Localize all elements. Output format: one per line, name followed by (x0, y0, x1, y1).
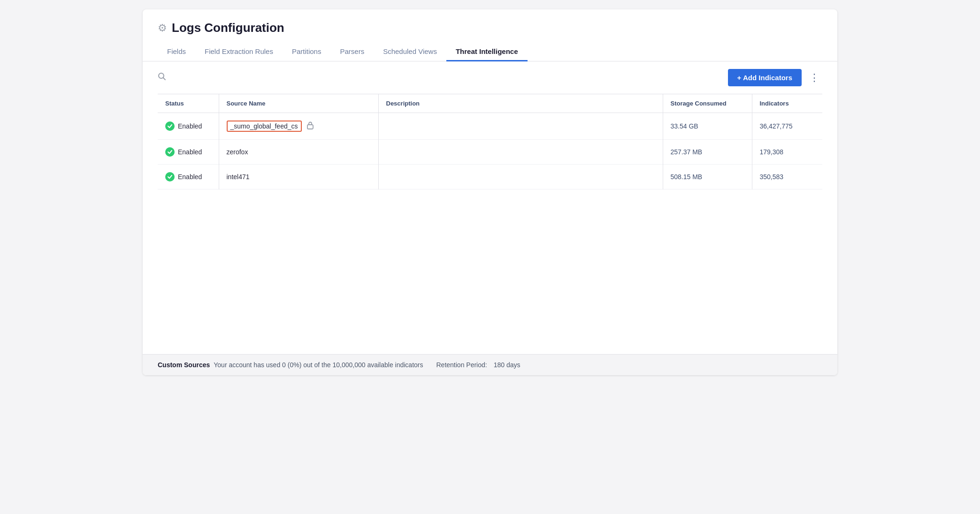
custom-sources-label: Custom Sources (158, 361, 210, 369)
footer-usage-text: Your account has used 0 (0%) out of the … (214, 361, 423, 369)
tab-threat-intelligence[interactable]: Threat Intelligence (446, 43, 528, 61)
table-container: Status Source Name Description Storage C… (143, 94, 837, 272)
source-name-3[interactable]: intel471 (227, 173, 250, 181)
source-cell-1: _sumo_global_feed_cs (219, 113, 378, 140)
storage-cell-3: 508.15 MB (663, 165, 752, 189)
col-header-source-name: Source Name (219, 94, 378, 113)
col-header-indicators: Indicators (752, 94, 822, 113)
source-cell-2: zerofox (219, 140, 378, 165)
tab-field-extraction-rules[interactable]: Field Extraction Rules (195, 43, 283, 61)
toolbar: + Add Indicators ⋮ (143, 61, 837, 94)
description-cell-3 (378, 165, 663, 189)
footer-bar: Custom Sources Your account has used 0 (… (143, 354, 837, 375)
status-cell-1: Enabled (158, 113, 219, 140)
toolbar-right: + Add Indicators ⋮ (728, 69, 822, 86)
more-options-icon[interactable]: ⋮ (806, 70, 822, 86)
indicators-table: Status Source Name Description Storage C… (158, 94, 822, 189)
tab-parsers[interactable]: Parsers (330, 43, 374, 61)
indicators-cell-3: 350,583 (752, 165, 822, 189)
description-cell-2 (378, 140, 663, 165)
gear-icon: ⚙ (158, 22, 167, 34)
storage-cell-2: 257.37 MB (663, 140, 752, 165)
tabs-bar: Fields Field Extraction Rules Partitions… (143, 43, 837, 61)
status-cell-2: Enabled (158, 140, 219, 165)
indicators-cell-2: 179,308 (752, 140, 822, 165)
page-header: ⚙ Logs Configuration (143, 9, 837, 35)
enabled-icon-1 (165, 121, 175, 131)
footer-retention-label: Retention Period: (436, 361, 487, 369)
lock-icon-1 (306, 121, 314, 131)
page-title: Logs Configuration (172, 21, 284, 35)
indicators-cell-1: 36,427,775 (752, 113, 822, 140)
enabled-icon-2 (165, 147, 175, 157)
add-indicators-button[interactable]: + Add Indicators (728, 69, 802, 86)
tab-scheduled-views[interactable]: Scheduled Views (374, 43, 446, 61)
source-cell-3: intel471 (219, 165, 378, 189)
tab-fields[interactable]: Fields (158, 43, 195, 61)
storage-cell-1: 33.54 GB (663, 113, 752, 140)
description-cell-1 (378, 113, 663, 140)
svg-line-1 (163, 78, 166, 80)
content-spacer (143, 272, 837, 355)
tab-partitions[interactable]: Partitions (283, 43, 331, 61)
status-label-1: Enabled (178, 122, 202, 130)
footer-retention-value: 180 days (494, 361, 521, 369)
table-row: Enabled _sumo_global_feed_cs (158, 113, 822, 140)
table-row: Enabled zerofox 257.37 MB 179,308 (158, 140, 822, 165)
search-icon[interactable] (158, 72, 166, 83)
source-name-highlighted-1[interactable]: _sumo_global_feed_cs (227, 121, 302, 132)
app-container: ⚙ Logs Configuration Fields Field Extrac… (143, 9, 837, 375)
enabled-icon-3 (165, 172, 175, 181)
status-cell-3: Enabled (158, 165, 219, 189)
col-header-description: Description (378, 94, 663, 113)
svg-rect-2 (307, 125, 313, 129)
source-name-2[interactable]: zerofox (227, 148, 248, 156)
status-label-3: Enabled (178, 173, 202, 181)
table-row: Enabled intel471 508.15 MB 350,583 (158, 165, 822, 189)
col-header-storage-consumed: Storage Consumed (663, 94, 752, 113)
col-header-status: Status (158, 94, 219, 113)
status-label-2: Enabled (178, 148, 202, 156)
table-header-row: Status Source Name Description Storage C… (158, 94, 822, 113)
